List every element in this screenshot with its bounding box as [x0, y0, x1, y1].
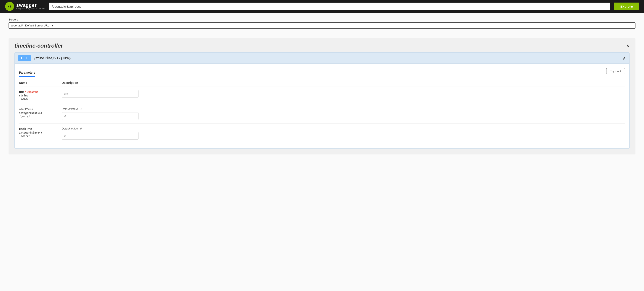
param-location-starttime: (query)	[19, 115, 62, 118]
controller-header: timeline-controller ∧	[14, 42, 630, 49]
parameters-tab[interactable]: Parameters	[19, 69, 35, 76]
param-desc-col-endtime: Default value : 0	[62, 127, 625, 140]
logo-area: {} swagger Supported by SMARTBEAR	[5, 2, 45, 11]
top-navigation: {} swagger Supported by SMARTBEAR Explor…	[0, 0, 644, 13]
param-input-endtime[interactable]	[62, 132, 138, 140]
default-value-endtime: Default value : 0	[62, 127, 625, 130]
endpoint-header[interactable]: GET /timeline/v1/{urn} ∧	[15, 53, 629, 63]
param-input-urn[interactable]	[62, 90, 138, 98]
explore-button[interactable]: Explore	[614, 2, 639, 10]
chevron-down-icon: ▼	[51, 24, 54, 27]
main-content: Servers /openapi/ - Default Server URL ▼…	[0, 13, 644, 160]
logo-title: swagger	[16, 3, 45, 8]
swagger-logo-icon: {}	[5, 2, 14, 11]
params-table-header: Name Description	[19, 79, 625, 86]
param-name-col-endtime: endTime integer($int64) (query)	[19, 127, 62, 138]
param-desc-col-urn	[62, 90, 625, 98]
param-name-endtime: endTime	[19, 127, 32, 130]
table-row: startTime integer($int64) (query) Defaul…	[19, 104, 625, 124]
server-select-value: /openapi/ - Default Server URL	[11, 24, 49, 27]
controller-title: timeline-controller	[14, 42, 63, 49]
controller-block: timeline-controller ∧ GET /timeline/v1/{…	[8, 38, 636, 154]
param-location-endtime: (query)	[19, 134, 62, 138]
endpoint-collapse-icon[interactable]: ∧	[623, 56, 626, 60]
servers-label: Servers	[8, 18, 636, 21]
table-row: endTime integer($int64) (query) Default …	[19, 124, 625, 143]
http-method-badge: GET	[18, 55, 31, 61]
param-name-urn: urn * required	[19, 90, 38, 94]
param-text-urn: urn	[19, 90, 24, 94]
tab-try-it-out-row: Parameters Try it out	[19, 64, 625, 76]
required-label-urn: required	[28, 90, 38, 94]
params-table: Name Description urn * required string	[19, 79, 625, 143]
param-input-starttime[interactable]	[62, 112, 138, 120]
col-name-header: Name	[19, 81, 62, 84]
logo-text: swagger Supported by SMARTBEAR	[16, 3, 45, 10]
controller-collapse-icon[interactable]: ∧	[626, 43, 630, 49]
param-type-starttime: integer($int64)	[19, 112, 62, 114]
endpoint-block: GET /timeline/v1/{urn} ∧ Parameters Try …	[14, 52, 630, 148]
param-type-endtime: integer($int64)	[19, 131, 62, 134]
parameters-section: Parameters Try it out Name Description	[15, 63, 629, 148]
param-name-starttime: startTime	[19, 107, 33, 111]
try-it-out-button[interactable]: Try it out	[606, 68, 625, 74]
api-docs-url-input[interactable]	[49, 2, 610, 10]
endpoint-left: GET /timeline/v1/{urn}	[18, 55, 71, 61]
logo-subtitle: Supported by SMARTBEAR	[16, 8, 45, 10]
servers-section: Servers /openapi/ - Default Server URL ▼	[8, 18, 636, 28]
table-row: urn * required string (path)	[19, 86, 625, 104]
param-location-urn: (path)	[19, 97, 62, 100]
param-name-col-urn: urn * required string (path)	[19, 90, 62, 100]
param-name-col-starttime: startTime integer($int64) (query)	[19, 107, 62, 118]
default-value-starttime: Default value : -1	[62, 107, 625, 110]
parameters-tab-bar: Parameters	[19, 66, 35, 76]
endpoint-path: /timeline/v1/{urn}	[34, 56, 71, 60]
section-divider	[8, 34, 636, 34]
server-select-dropdown[interactable]: /openapi/ - Default Server URL ▼	[8, 22, 636, 28]
col-desc-header: Description	[62, 81, 625, 84]
param-type-urn: string	[19, 94, 62, 97]
param-desc-col-starttime: Default value : -1	[62, 107, 625, 120]
required-star-urn: *	[25, 90, 26, 94]
